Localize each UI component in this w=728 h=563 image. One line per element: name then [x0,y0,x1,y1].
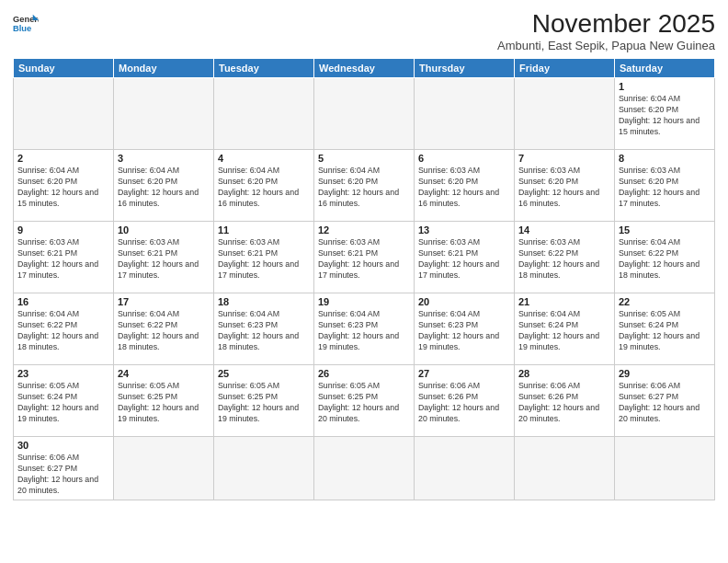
table-row [415,78,515,150]
day-info: Sunrise: 6:05 AMSunset: 6:24 PMDaylight:… [619,309,711,353]
day-info: Sunrise: 6:04 AMSunset: 6:23 PMDaylight:… [318,309,410,353]
calendar-header-row: Sunday Monday Tuesday Wednesday Thursday… [14,59,715,78]
col-friday: Friday [515,59,615,78]
col-tuesday: Tuesday [214,59,314,78]
day-info: Sunrise: 6:06 AMSunset: 6:27 PMDaylight:… [619,381,711,425]
table-row: 6Sunrise: 6:03 AMSunset: 6:20 PMDaylight… [415,150,515,222]
col-sunday: Sunday [14,59,114,78]
table-row: 8Sunrise: 6:03 AMSunset: 6:20 PMDaylight… [615,150,715,222]
day-number: 2 [17,153,109,164]
day-number: 9 [17,224,109,236]
day-number: 21 [518,296,610,307]
col-thursday: Thursday [415,59,515,78]
day-info: Sunrise: 6:04 AMSunset: 6:20 PMDaylight:… [118,166,210,210]
day-number: 14 [518,224,610,236]
day-info: Sunrise: 6:03 AMSunset: 6:21 PMDaylight:… [118,237,210,282]
day-number: 16 [17,296,109,307]
day-number: 24 [118,368,210,379]
col-wednesday: Wednesday [314,59,415,78]
day-info: Sunrise: 6:04 AMSunset: 6:22 PMDaylight:… [118,309,210,353]
logo: General Blue [13,13,39,33]
table-row [114,78,214,150]
table-row: 13Sunrise: 6:03 AMSunset: 6:21 PMDayligh… [415,222,515,293]
day-number: 18 [218,296,310,307]
day-number: 11 [218,224,310,236]
day-number: 30 [17,440,109,451]
day-info: Sunrise: 6:06 AMSunset: 6:26 PMDaylight:… [418,381,510,425]
day-number: 13 [418,224,510,236]
table-row: 11Sunrise: 6:03 AMSunset: 6:21 PMDayligh… [214,222,314,293]
day-info: Sunrise: 6:04 AMSunset: 6:23 PMDaylight:… [418,309,510,353]
table-row: 9Sunrise: 6:03 AMSunset: 6:21 PMDaylight… [14,222,114,293]
day-number: 1 [619,81,711,92]
table-row: 23Sunrise: 6:05 AMSunset: 6:24 PMDayligh… [14,365,114,437]
day-number: 28 [518,368,610,379]
table-row: 16Sunrise: 6:04 AMSunset: 6:22 PMDayligh… [14,293,114,365]
table-row: 24Sunrise: 6:05 AMSunset: 6:25 PMDayligh… [114,365,214,437]
col-saturday: Saturday [615,59,715,78]
day-number: 10 [118,224,210,236]
day-info: Sunrise: 6:03 AMSunset: 6:21 PMDaylight:… [17,237,109,282]
svg-text:Blue: Blue [13,24,31,33]
day-number: 23 [17,368,109,379]
subtitle: Ambunti, East Sepik, Papua New Guinea [497,39,715,52]
day-number: 27 [418,368,510,379]
day-info: Sunrise: 6:06 AMSunset: 6:26 PMDaylight:… [518,381,610,425]
table-row: 1Sunrise: 6:04 AMSunset: 6:20 PMDaylight… [615,78,715,150]
table-row [214,437,314,500]
table-row [314,78,415,150]
day-number: 3 [118,153,210,164]
table-row [114,437,214,500]
day-number: 17 [118,296,210,307]
table-row: 17Sunrise: 6:04 AMSunset: 6:22 PMDayligh… [114,293,214,365]
table-row: 7Sunrise: 6:03 AMSunset: 6:20 PMDaylight… [515,150,615,222]
day-info: Sunrise: 6:03 AMSunset: 6:21 PMDaylight:… [418,237,510,282]
table-row: 22Sunrise: 6:05 AMSunset: 6:24 PMDayligh… [615,293,715,365]
table-row: 26Sunrise: 6:05 AMSunset: 6:25 PMDayligh… [314,365,415,437]
day-info: Sunrise: 6:03 AMSunset: 6:20 PMDaylight:… [418,166,510,210]
day-info: Sunrise: 6:03 AMSunset: 6:21 PMDaylight:… [318,237,410,282]
day-number: 8 [619,153,711,164]
table-row [515,437,615,500]
table-row [314,437,415,500]
day-info: Sunrise: 6:03 AMSunset: 6:21 PMDaylight:… [218,237,310,282]
day-number: 19 [318,296,410,307]
day-info: Sunrise: 6:03 AMSunset: 6:22 PMDaylight:… [518,237,610,282]
day-number: 15 [619,224,711,236]
day-number: 25 [218,368,310,379]
day-number: 26 [318,368,410,379]
table-row: 12Sunrise: 6:03 AMSunset: 6:21 PMDayligh… [314,222,415,293]
table-row: 21Sunrise: 6:04 AMSunset: 6:24 PMDayligh… [515,293,615,365]
day-info: Sunrise: 6:06 AMSunset: 6:27 PMDaylight:… [17,453,109,497]
table-row: 20Sunrise: 6:04 AMSunset: 6:23 PMDayligh… [415,293,515,365]
table-row: 25Sunrise: 6:05 AMSunset: 6:25 PMDayligh… [214,365,314,437]
table-row [214,78,314,150]
day-info: Sunrise: 6:05 AMSunset: 6:24 PMDaylight:… [17,381,109,425]
day-info: Sunrise: 6:04 AMSunset: 6:20 PMDaylight:… [619,94,711,138]
table-row: 4Sunrise: 6:04 AMSunset: 6:20 PMDaylight… [214,150,314,222]
table-row: 15Sunrise: 6:04 AMSunset: 6:22 PMDayligh… [615,222,715,293]
day-number: 20 [418,296,510,307]
header: General Blue November 2025 Ambunti, East… [13,9,715,52]
day-info: Sunrise: 6:03 AMSunset: 6:20 PMDaylight:… [518,166,610,210]
day-info: Sunrise: 6:05 AMSunset: 6:25 PMDaylight:… [318,381,410,425]
day-info: Sunrise: 6:04 AMSunset: 6:20 PMDaylight:… [218,166,310,210]
day-number: 12 [318,224,410,236]
day-info: Sunrise: 6:05 AMSunset: 6:25 PMDaylight:… [118,381,210,425]
day-info: Sunrise: 6:04 AMSunset: 6:20 PMDaylight:… [318,166,410,210]
day-number: 22 [619,296,711,307]
calendar: Sunday Monday Tuesday Wednesday Thursday… [13,58,715,500]
table-row: 18Sunrise: 6:04 AMSunset: 6:23 PMDayligh… [214,293,314,365]
table-row: 3Sunrise: 6:04 AMSunset: 6:20 PMDaylight… [114,150,214,222]
table-row [615,437,715,500]
day-number: 4 [218,153,310,164]
day-number: 6 [418,153,510,164]
table-row: 2Sunrise: 6:04 AMSunset: 6:20 PMDaylight… [14,150,114,222]
day-info: Sunrise: 6:04 AMSunset: 6:23 PMDaylight:… [218,309,310,353]
day-number: 29 [619,368,711,379]
day-info: Sunrise: 6:05 AMSunset: 6:25 PMDaylight:… [218,381,310,425]
generalblue-logo-icon: General Blue [13,13,39,33]
table-row: 27Sunrise: 6:06 AMSunset: 6:26 PMDayligh… [415,365,515,437]
table-row: 28Sunrise: 6:06 AMSunset: 6:26 PMDayligh… [515,365,615,437]
day-info: Sunrise: 6:04 AMSunset: 6:22 PMDaylight:… [619,237,711,282]
